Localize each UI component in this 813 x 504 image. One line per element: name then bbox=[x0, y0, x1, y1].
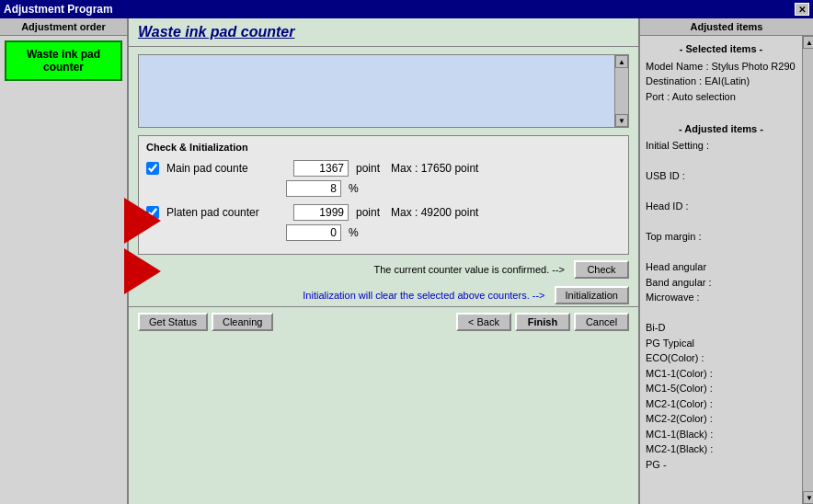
main-pad-value: 1367 bbox=[293, 160, 349, 177]
right-panel-content: - Selected items - Model Name : Stylus P… bbox=[640, 36, 802, 504]
finish-button[interactable]: Finish bbox=[515, 313, 570, 331]
selected-items-title: - Selected items - bbox=[646, 41, 796, 57]
main-pad-row: Main pad counte 1367 point Max : 17650 p… bbox=[146, 160, 621, 177]
mc2-1-color: MC2-1(Color) : bbox=[646, 396, 796, 412]
check-button[interactable]: Check bbox=[574, 260, 629, 279]
waste-ink-pad-counter-item[interactable]: Waste ink pad counter bbox=[5, 40, 122, 81]
main-pad-percent-unit: % bbox=[349, 182, 359, 195]
eco-color: ECO(Color) : bbox=[646, 350, 796, 366]
head-id: Head ID : bbox=[646, 199, 796, 214]
head-angular: Head angular bbox=[646, 259, 796, 275]
window-title: Adjustment Program bbox=[4, 3, 113, 16]
mc1-5-color: MC1-5(Color) : bbox=[646, 381, 796, 396]
check-section-title: Check & Initialization bbox=[146, 142, 621, 153]
platen-pad-percent-unit: % bbox=[349, 226, 359, 239]
close-button[interactable]: ✕ bbox=[795, 3, 809, 16]
cancel-button[interactable]: Cancel bbox=[574, 313, 629, 331]
info-row-2: Initialization will clear the selected a… bbox=[138, 286, 629, 304]
scroll-down-btn[interactable]: ▼ bbox=[615, 114, 628, 127]
confirmed-text: The current counter value is confirmed. … bbox=[373, 264, 565, 275]
pg-typical: PG Typical bbox=[646, 336, 796, 351]
left-panel-header: Adjustment order bbox=[0, 18, 127, 36]
bottom-right-buttons: < Back Finish Cancel bbox=[456, 313, 629, 331]
main-pad-label: Main pad counte bbox=[166, 162, 286, 175]
title-bar: Adjustment Program ✕ bbox=[0, 0, 813, 18]
right-panel-header: Adjusted items bbox=[640, 18, 813, 36]
usb-id: USB ID : bbox=[646, 168, 796, 184]
left-panel: Adjustment order Waste ink pad counter bbox=[0, 18, 129, 504]
platen-pad-checkbox[interactable] bbox=[146, 206, 159, 219]
bi-d: Bi-D bbox=[646, 320, 796, 336]
cleaning-button[interactable]: Cleaning bbox=[212, 313, 273, 331]
text-area-container: ▲ ▼ bbox=[138, 54, 629, 128]
main-pad-max: Max : 17650 point bbox=[391, 162, 478, 175]
platen-pad-value: 1999 bbox=[293, 204, 349, 221]
scroll-up-btn[interactable]: ▲ bbox=[615, 55, 628, 68]
bottom-left-buttons: Get Status Cleaning bbox=[138, 313, 273, 331]
destination: Destination : EAI(Latin) bbox=[646, 74, 796, 89]
mc2-1-black: MC2-1(Black) : bbox=[646, 441, 796, 457]
initialization-button[interactable]: Initialization bbox=[555, 286, 629, 304]
initialization-text: Initialization will clear the selected a… bbox=[303, 290, 544, 301]
initial-setting: Initial Setting : bbox=[646, 138, 796, 154]
mc1-1-color: MC1-1(Color) : bbox=[646, 366, 796, 382]
right-scroll-down-btn[interactable]: ▼ bbox=[803, 491, 813, 504]
middle-title: Waste ink pad counter bbox=[129, 18, 638, 47]
platen-pad-row: Platen pad counter 1999 point Max : 4920… bbox=[146, 204, 621, 221]
main-pad-checkbox[interactable] bbox=[146, 162, 159, 175]
adjusted-items-title: - Adjusted items - bbox=[646, 121, 796, 137]
text-scrollbar[interactable]: ▲ ▼ bbox=[614, 54, 629, 128]
band-angular: Band angular : bbox=[646, 275, 796, 291]
main-pad-percent-row: 8 % bbox=[286, 180, 621, 197]
get-status-button[interactable]: Get Status bbox=[138, 313, 208, 331]
back-button[interactable]: < Back bbox=[456, 313, 511, 331]
mc1-1-black: MC1-1(Black) : bbox=[646, 427, 796, 442]
mc2-2-color: MC2-2(Color) : bbox=[646, 411, 796, 427]
port: Port : Auto selection bbox=[646, 89, 796, 105]
right-scrollbar[interactable]: ▲ ▼ bbox=[802, 36, 813, 504]
main-pad-percent-value: 8 bbox=[286, 180, 341, 197]
middle-panel: Waste ink pad counter ▲ ▼ Check & Initia… bbox=[129, 18, 638, 504]
check-initialization-section: Check & Initialization Main pad counte 1… bbox=[138, 135, 629, 255]
right-scroll-up-btn[interactable]: ▲ bbox=[803, 36, 813, 49]
info-row-1: The current counter value is confirmed. … bbox=[138, 260, 629, 279]
top-margin: Top margin : bbox=[646, 229, 796, 245]
platen-pad-percent-value: 0 bbox=[286, 224, 341, 241]
platen-pad-percent-row: 0 % bbox=[286, 224, 621, 241]
microwave: Microwave : bbox=[646, 290, 796, 305]
pg: PG - bbox=[646, 457, 796, 473]
right-panel: Adjusted items - Selected items - Model … bbox=[638, 18, 813, 504]
model-name: Model Name : Stylus Photo R290 bbox=[646, 59, 796, 74]
platen-pad-max: Max : 49200 point bbox=[391, 206, 478, 219]
main-pad-unit: point bbox=[356, 162, 384, 175]
platen-pad-label: Platen pad counter bbox=[166, 206, 286, 219]
platen-pad-unit: point bbox=[356, 206, 384, 219]
text-display-area bbox=[138, 54, 629, 128]
bottom-bar: Get Status Cleaning < Back Finish Cancel bbox=[129, 306, 638, 337]
